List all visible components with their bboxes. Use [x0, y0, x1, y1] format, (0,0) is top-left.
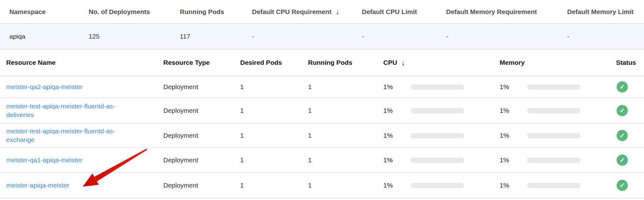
status-healthy-icon: ✓ [617, 105, 628, 116]
resource-link[interactable]: meister-test-apiqa-meister-fluentd-as-ex… [6, 127, 120, 144]
resource-type-cell: Deployment [163, 182, 240, 189]
sort-descending-icon: ↓ [336, 8, 340, 16]
default-memory-requirement-cell: - [446, 33, 567, 40]
cpu-cell: 1% [383, 182, 500, 189]
resource-name-cell: meister-qa1-apiqa-meister [6, 156, 163, 164]
col-header-label: Default CPU Limit [362, 8, 417, 16]
cpu-progress-bar [411, 84, 464, 90]
namespace-table-header: Namespace No. of Deployments Running Pod… [0, 0, 644, 24]
default-cpu-limit-cell: - [362, 33, 446, 40]
status-cell: ✓ [616, 81, 644, 93]
cpu-cell: 1% [383, 107, 500, 114]
desired-pods-cell: 1 [240, 83, 308, 91]
default-cpu-requirement-cell: - [252, 33, 362, 40]
col-header-resource-type[interactable]: Resource Type [163, 59, 240, 66]
memory-progress-bar [527, 133, 581, 138]
running-pods-cell: 117 [180, 33, 252, 40]
memory-progress-bar [527, 158, 581, 163]
namespace-row[interactable]: apiqa 125 117 - - - - [0, 24, 644, 50]
cpu-percent: 1% [383, 182, 411, 189]
cpu-progress-bar [411, 158, 464, 163]
cpu-percent: 1% [383, 107, 411, 114]
memory-percent: 1% [500, 132, 527, 139]
resource-name-cell: meister-qa2-apiqa-meister [6, 83, 163, 91]
resource-name-cell: meister-test-apiqa-meister-fluentd-as-de… [6, 102, 163, 119]
col-header-cpu[interactable]: CPU ↓ [383, 59, 500, 66]
namespace-table: Namespace No. of Deployments Running Pod… [0, 0, 644, 50]
col-header-no-of-deployments[interactable]: No. of Deployments [89, 8, 180, 16]
memory-percent: 1% [500, 156, 527, 164]
memory-progress-bar [527, 183, 581, 188]
cpu-percent: 1% [383, 156, 411, 164]
resource-type-cell: Deployment [163, 107, 240, 114]
running-pods-cell: 1 [308, 132, 383, 139]
deployments-count-cell: 125 [89, 33, 180, 40]
col-header-running-pods[interactable]: Running Pods [308, 59, 383, 66]
memory-cell: 1% [500, 132, 616, 139]
cpu-percent: 1% [383, 83, 411, 91]
memory-cell: 1% [500, 156, 616, 164]
resource-row: meister-test-apiqa-meister-fluentd-as-ex… [0, 124, 644, 148]
status-cell: ✓ [616, 105, 644, 116]
col-header-default-memory-requirement[interactable]: Default Memory Requirement [446, 8, 567, 16]
running-pods-cell: 1 [308, 182, 383, 189]
desired-pods-cell: 1 [240, 156, 308, 164]
cpu-cell: 1% [383, 83, 500, 91]
col-header-label: Memory [500, 59, 525, 66]
memory-cell: 1% [500, 182, 616, 189]
default-memory-limit-cell: - [567, 33, 644, 40]
col-header-label: Resource Type [163, 59, 210, 66]
running-pods-cell: 1 [308, 156, 383, 164]
col-header-label: Running Pods [308, 59, 352, 66]
col-header-namespace[interactable]: Namespace [9, 8, 89, 16]
status-healthy-icon: ✓ [617, 155, 628, 166]
col-header-label: Default CPU Requirement [252, 8, 332, 16]
cpu-cell: 1% [383, 156, 500, 164]
namespace-cell: apiqa [9, 33, 89, 40]
resource-row: meister-qa2-apiqa-meister Deployment 1 1… [0, 76, 644, 98]
col-header-label: Running Pods [180, 8, 224, 16]
resource-name-cell: meister-test-apiqa-meister-fluentd-as-ex… [6, 127, 163, 144]
resource-link[interactable]: meister-qa2-apiqa-meister [6, 83, 82, 91]
col-header-default-cpu-requirement[interactable]: Default CPU Requirement ↓ [252, 8, 362, 16]
col-header-running-pods[interactable]: Running Pods [180, 8, 252, 16]
status-cell: ✓ [616, 155, 644, 166]
col-header-label: No. of Deployments [89, 8, 150, 16]
col-header-label: Status [616, 59, 636, 66]
resource-table-header: Resource Name Resource Type Desired Pods… [0, 50, 644, 76]
resource-row: meister-qa1-apiqa-meister Deployment 1 1… [0, 148, 644, 173]
col-header-default-memory-limit[interactable]: Default Memory Limit [567, 8, 644, 16]
col-header-desired-pods[interactable]: Desired Pods [240, 59, 308, 66]
memory-percent: 1% [500, 83, 527, 91]
cpu-percent: 1% [383, 132, 411, 139]
resource-table: Resource Name Resource Type Desired Pods… [0, 50, 644, 198]
col-header-default-cpu-limit[interactable]: Default CPU Limit [362, 8, 446, 16]
desired-pods-cell: 1 [240, 132, 308, 139]
resource-link[interactable]: meister-qa1-apiqa-meister [6, 156, 82, 164]
col-header-label: CPU [383, 59, 397, 66]
col-header-status[interactable]: Status [616, 59, 644, 66]
col-header-memory[interactable]: Memory [500, 59, 616, 66]
status-healthy-icon: ✓ [617, 130, 628, 141]
resource-row: meister-apiqa-meister Deployment 1 1 1% … [0, 173, 644, 198]
cpu-progress-bar [411, 133, 464, 138]
resource-type-cell: Deployment [163, 156, 240, 164]
status-cell: ✓ [616, 130, 644, 141]
running-pods-cell: 1 [308, 107, 383, 114]
col-header-label: Default Memory Requirement [446, 8, 537, 16]
memory-percent: 1% [500, 107, 527, 114]
resource-link-annotated[interactable]: meister-apiqa-meister [6, 181, 69, 190]
cpu-progress-bar [411, 108, 464, 113]
col-header-label: Resource Name [6, 59, 56, 66]
resource-type-cell: Deployment [163, 132, 240, 139]
memory-progress-bar [527, 108, 581, 113]
memory-cell: 1% [500, 107, 616, 114]
status-cell: ✓ [616, 180, 644, 191]
sort-descending-icon: ↓ [401, 60, 405, 67]
col-header-resource-name[interactable]: Resource Name [6, 59, 163, 66]
col-header-label: Desired Pods [240, 59, 282, 66]
workloads-screen: Namespace No. of Deployments Running Pod… [0, 0, 644, 200]
cpu-cell: 1% [383, 132, 500, 139]
memory-progress-bar [527, 84, 581, 90]
resource-link[interactable]: meister-test-apiqa-meister-fluentd-as-de… [6, 102, 120, 119]
